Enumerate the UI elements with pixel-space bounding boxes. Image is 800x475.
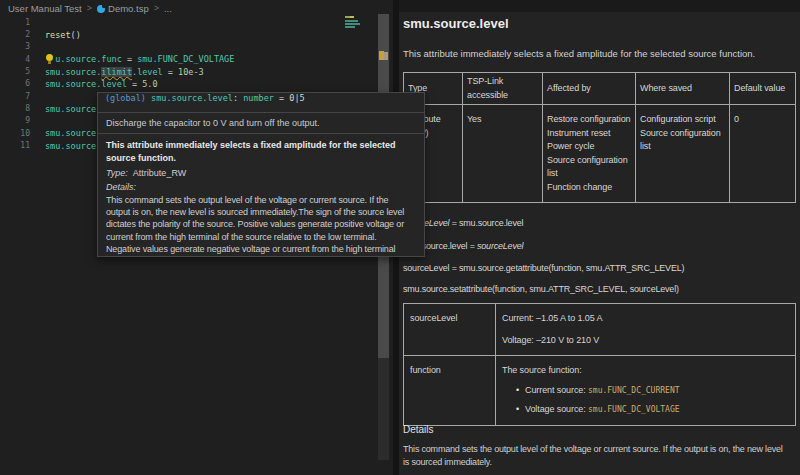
signature-scope: (global) xyxy=(105,93,146,103)
param-range-current: Current: –1.05 A to 1.05 A xyxy=(502,312,789,326)
bullet-icon: • xyxy=(516,404,519,414)
attribute-table-row: Attribute (RW) Yes Restore configuration… xyxy=(404,105,796,203)
code-token: = xyxy=(127,79,142,89)
param-range-voltage: Voltage: –210 V to 210 V xyxy=(502,334,789,348)
cell-affected-by: Restore configuration Instrument reset P… xyxy=(543,105,636,203)
code-line-4[interactable]: 4 smu.source.func = smu.FUNC_DC_VOLTAGE xyxy=(0,53,378,65)
breadcrumb-folder[interactable]: User Manual Test xyxy=(8,3,82,14)
code-token-warning: ilimit xyxy=(101,67,132,77)
line-number: 4 xyxy=(0,55,30,64)
details-heading: Details xyxy=(403,424,434,435)
col-header-tsp-link: TSP-Link accessible xyxy=(463,73,543,105)
signature-value: 0|5 xyxy=(289,93,304,103)
tooltip-description-line: This attribute immediately selects a fix… xyxy=(106,139,416,152)
hover-tooltip: (global) smu.source.level: number = 0|5 … xyxy=(97,92,425,257)
usage-line-3: sourceLevel = smu.source.getattribute(fu… xyxy=(403,263,684,273)
line-number: 6 xyxy=(0,79,30,88)
param-name: sourceLevel xyxy=(404,304,496,356)
attribute-table-header-row: Type TSP-Link accessible Affected by Whe… xyxy=(404,73,796,105)
details-text-line: is sourced immediately. xyxy=(403,456,783,469)
param-description: Current: –1.05 A to 1.05 A Voltage: –210… xyxy=(496,304,796,356)
tooltip-details-line: dictates the polarity of the source. Pos… xyxy=(106,218,416,230)
affected-by-item: Source configuration list xyxy=(547,154,631,181)
attribute-table: Type TSP-Link accessible Affected by Whe… xyxy=(403,72,796,203)
doc-title: smu.source.level xyxy=(403,16,509,31)
tooltip-summary: Discharge the capacitor to 0 V and turn … xyxy=(98,113,424,134)
details-label-text: Details: xyxy=(106,182,136,192)
chevron-right-icon: > xyxy=(154,3,159,13)
code-line-3[interactable]: 3 xyxy=(0,41,378,53)
tooltip-type: Type: Attribute_RW xyxy=(106,168,416,178)
affected-by-item: Function change xyxy=(547,181,631,195)
usage-variable: sourceLevel xyxy=(477,241,523,251)
minimap-mark xyxy=(345,23,360,25)
minimap[interactable] xyxy=(344,14,378,74)
code-token: smu.source. xyxy=(45,141,101,151)
param-intro: The source function: xyxy=(502,364,789,378)
tsp-file-icon xyxy=(97,5,105,13)
signature-punct: = xyxy=(274,93,289,103)
vscode-window: User Manual Test > Demo.tsp > ... 1 2 re… xyxy=(0,0,800,475)
signature-punct: : xyxy=(233,93,243,103)
tooltip-details: This command sets the output level of th… xyxy=(106,194,416,255)
usage-code: = smu.source.level xyxy=(449,218,523,228)
where-saved-item: Source configuration list xyxy=(640,127,725,154)
minimap-mark xyxy=(350,16,354,18)
minimap-mark xyxy=(345,26,355,28)
code-token: smu.source. xyxy=(45,67,101,77)
code-token: smu.source.func xyxy=(45,54,122,64)
parameters-table: sourceLevel Current: –1.05 A to 1.05 A V… xyxy=(403,303,796,426)
code-line-2[interactable]: 2 reset() xyxy=(0,28,378,40)
where-saved-item: Configuration script xyxy=(640,113,725,127)
cell-where-saved: Configuration script Source configuratio… xyxy=(636,105,730,203)
breadcrumb: User Manual Test > Demo.tsp > ... xyxy=(0,0,393,16)
bullet-item: •Current source: smu.FUNC_DC_CURRENT xyxy=(516,384,789,398)
bullet-item: •Voltage source: smu.FUNC_DC_VOLTAGE xyxy=(516,403,789,417)
col-header-affected-by: Affected by xyxy=(543,73,636,105)
chevron-right-icon: > xyxy=(87,3,92,13)
details-text-line: This command sets the output level of th… xyxy=(403,443,783,456)
code-line-6[interactable]: 6 smu.source.level = 5.0 xyxy=(0,78,378,90)
line-number: 3 xyxy=(0,42,30,51)
code-token: reset xyxy=(45,30,71,40)
minimap-mark xyxy=(345,20,358,22)
bullet-code: smu.FUNC_DC_CURRENT xyxy=(588,386,680,395)
quick-fix-lightbulb-icon[interactable] xyxy=(44,53,55,65)
code-token: .level xyxy=(132,67,163,77)
line-number: 2 xyxy=(0,30,30,39)
col-header-default-value: Default value xyxy=(730,73,796,105)
tooltip-details-line: Negative values generate negative voltag… xyxy=(106,243,416,255)
affected-by-item: Instrument reset xyxy=(547,127,631,141)
col-header-where-saved: Where saved xyxy=(636,73,730,105)
line-number: 10 xyxy=(0,129,30,138)
breadcrumb-file[interactable]: Demo.tsp xyxy=(108,3,149,14)
affected-by-item: Restore configuration xyxy=(547,113,631,127)
cell-default-value: 0 xyxy=(730,105,796,203)
scrollbar-track[interactable] xyxy=(378,358,389,460)
line-number: 7 xyxy=(0,92,30,101)
code-token: smu.source. xyxy=(45,104,101,114)
details-paragraph: This command sets the output level of th… xyxy=(403,443,783,469)
tooltip-details-line: output is on, the new level is sourced i… xyxy=(106,206,416,218)
tooltip-details-line: current from the high terminal of the so… xyxy=(106,231,416,243)
tooltip-body: This attribute immediately selects a fix… xyxy=(98,134,424,257)
code-line-1[interactable]: 1 xyxy=(0,16,378,28)
code-token: smu.source. xyxy=(45,128,101,138)
code-token: smu.FUNC_DC_VOLTAGE xyxy=(137,54,234,64)
documentation-panel: smu.source.level This attribute immediat… xyxy=(399,0,800,475)
code-token: = xyxy=(163,67,178,77)
type-value: Attribute_RW xyxy=(133,168,186,178)
doc-subtitle: This attribute immediately selects a fix… xyxy=(403,48,755,59)
bullet-label: Voltage source: xyxy=(525,404,588,414)
breadcrumb-symbol[interactable]: ... xyxy=(164,3,172,14)
tooltip-description-line: source function. xyxy=(106,152,416,165)
usage-line-4: smu.source.setattribute(function, smu.AT… xyxy=(403,284,679,294)
code-token: 5.0 xyxy=(142,79,157,89)
code-line-5[interactable]: 5 smu.source.ilimit.level = 10e-3 xyxy=(0,65,378,77)
bullet-label: Current source: xyxy=(525,385,588,395)
line-number: 9 xyxy=(0,116,30,125)
code-token: () xyxy=(71,30,81,40)
line-number: 8 xyxy=(0,104,30,113)
code-token: 10e-3 xyxy=(178,67,204,77)
affected-by-item: Power cycle xyxy=(547,140,631,154)
